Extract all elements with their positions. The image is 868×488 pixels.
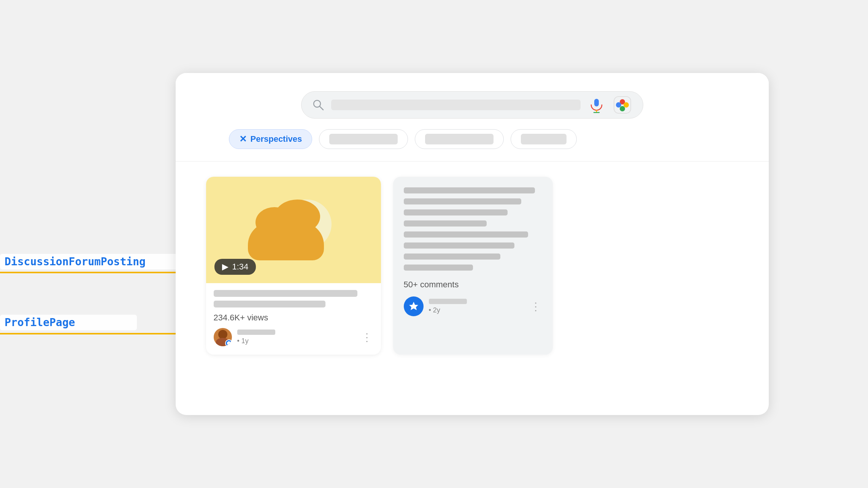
video-thumbnail: ▶ 1:34 [206,177,381,283]
search-bar[interactable] [301,91,643,119]
video-card: ▶ 1:34 234.6K+ views [206,177,381,355]
article-more-options-icon[interactable]: ⋮ [530,300,542,313]
footer-text-wrap: • 1y [237,330,356,345]
video-card-footer: • 1y ⋮ [214,328,373,349]
video-time-ago: • 1y [237,337,249,345]
filter-chips: ✕ Perspectives [206,129,738,149]
article-comments: 50+ comments [404,280,542,290]
video-views: 234.6K+ views [214,313,373,323]
annotation-profile: ProfilePage [0,315,137,330]
avatar-badge [225,339,232,346]
cloud-main [248,222,324,260]
article-footer-text: • 2y [429,299,525,314]
article-text-lines [404,187,542,271]
search-icon [312,99,324,111]
svg-point-7 [624,102,629,108]
article-time-ago: • 2y [429,306,440,314]
article-line-5 [404,231,528,238]
article-line-1 [404,187,535,193]
search-area: ✕ Perspectives [176,73,769,162]
annotation-discussion: DiscussionForumPosting [0,254,190,269]
footer-name-bar [237,330,275,335]
svg-rect-2 [594,99,599,106]
mic-icon[interactable] [587,96,606,114]
svg-point-8 [620,106,625,111]
chip-3[interactable] [415,129,504,149]
video-card-body: 234.6K+ views [206,283,381,355]
avatar [214,328,232,346]
play-badge[interactable]: ▶ 1:34 [214,259,256,275]
chip-close-icon: ✕ [239,134,247,144]
chip-2[interactable] [319,129,408,149]
article-line-4 [404,220,487,227]
page-container: DiscussionForumPosting ProfilePage [0,0,868,488]
lens-icon[interactable] [613,95,632,115]
results-area: ▶ 1:34 234.6K+ views [176,162,769,370]
avatar-badge-inner [227,341,231,345]
article-line-2 [404,198,521,204]
browser-card: ✕ Perspectives [176,73,769,415]
svg-line-1 [320,106,323,110]
search-bar-icons [587,95,632,115]
article-line-7 [404,254,501,260]
video-duration: 1:34 [232,262,249,272]
article-author-bar [429,299,467,304]
play-icon: ▶ [222,262,229,272]
article-line-3 [404,209,508,215]
chip-perspectives[interactable]: ✕ Perspectives [229,129,313,149]
video-title-line-2 [214,301,325,307]
chip-perspectives-label: Perspectives [251,134,302,144]
chip-3-label [425,134,494,144]
chip-4[interactable] [511,129,577,149]
svg-marker-10 [409,302,418,310]
svg-point-9 [616,102,621,108]
chip-2-label [329,134,398,144]
article-card: 50+ comments • 2y ⋮ [393,177,553,355]
article-line-6 [404,242,514,249]
weather-illustration [244,192,343,268]
star-avatar [404,296,424,316]
video-title-line-1 [214,290,357,297]
article-card-footer: • 2y ⋮ [404,296,542,316]
chip-4-label [521,134,567,144]
search-input-placeholder [331,100,581,110]
more-options-icon[interactable]: ⋮ [362,331,373,344]
article-line-8 [404,265,473,271]
